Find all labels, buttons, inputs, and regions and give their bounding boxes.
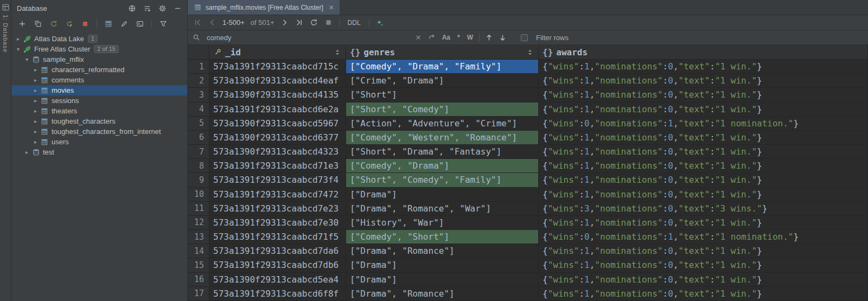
awards-cell[interactable]: {"wins": 1, "nominations": 0, "text": "1… [539, 173, 868, 187]
tree-item-movies[interactable]: ▸movies [11, 85, 187, 95]
last-page-icon[interactable] [295, 18, 304, 27]
id-cell[interactable]: 573a1391f29313caabcd71f5 [209, 230, 346, 244]
next-occurrence-icon[interactable] [498, 33, 507, 42]
awards-cell[interactable]: {"wins": 1, "nominations": 0, "text": "1… [539, 74, 868, 87]
match-case-toggle[interactable]: Aa [441, 34, 451, 41]
awards-cell[interactable]: {"wins": 1, "nominations": 0, "text": "1… [539, 188, 868, 201]
row-number-header[interactable] [188, 45, 209, 59]
view-options-icon[interactable] [143, 4, 151, 12]
stop-query-icon[interactable] [324, 18, 333, 27]
id-cell[interactable]: 573a1391f29313caabcd715c [209, 60, 346, 73]
tree-expand-arrow[interactable]: ▸ [32, 108, 39, 114]
tree-expand-arrow[interactable]: ▸ [32, 118, 39, 124]
tab-sample-mflix-movies[interactable]: sample_mflix.movies [Free Atlas Cluster]… [188, 0, 340, 15]
tree-expand-arrow[interactable]: ▸ [32, 67, 39, 73]
awards-cell[interactable]: {"wins": 1, "nominations": 0, "text": "1… [539, 88, 868, 101]
tree-item-theaters[interactable]: ▸theaters [11, 106, 187, 116]
search-field[interactable]: comedy Aa * W [192, 33, 474, 42]
tree-expand-arrow[interactable]: ▾ [15, 46, 22, 52]
page-range-button[interactable]: 1-500+ [222, 18, 245, 27]
reload-page-icon[interactable] [310, 18, 318, 27]
row-number-cell[interactable]: 4 [188, 103, 209, 116]
table-row[interactable]: 17573a1391f29313caabcd6f8f["Drama", "Rom… [188, 287, 868, 301]
genres-cell[interactable]: ["Crime", "Drama"] [346, 74, 539, 87]
id-cell[interactable]: 573a1391f29313caabcd7e30 [209, 216, 346, 229]
id-cell[interactable]: 573a1391f29313caabcd7db6 [209, 258, 346, 272]
row-number-cell[interactable]: 10 [188, 188, 209, 201]
awards-cell[interactable]: {"wins": 1, "nominations": 0, "text": "1… [539, 287, 868, 300]
row-number-cell[interactable]: 7 [188, 145, 209, 158]
row-number-cell[interactable]: 3 [188, 88, 209, 101]
search-query-text[interactable]: comedy [207, 34, 232, 42]
table-row[interactable]: 3573a1390f29313caabcd4135["Short"]{"wins… [188, 88, 868, 102]
genres-cell[interactable]: ["Comedy", "Drama", "Family"] [346, 60, 539, 73]
table-row[interactable]: 1573a1391f29313caabcd715c["Comedy", "Dra… [188, 60, 868, 74]
open-table-icon[interactable] [104, 20, 113, 28]
tree-item-toughest_characters[interactable]: ▸toughest_characters [11, 116, 187, 126]
genres-cell[interactable]: ["Comedy", "Western", "Romance"] [346, 131, 539, 144]
search-history-icon[interactable] [427, 33, 436, 42]
sort-toggle-icon[interactable] [526, 48, 534, 56]
id-cell[interactable]: 573a1390f29313caabcd6377 [209, 131, 346, 144]
table-row[interactable]: 16573a1390f29313caabcd5ea4["Drama"]{"win… [188, 273, 868, 287]
awards-cell[interactable]: {"wins": 3, "nominations": 0, "text": "3… [539, 202, 868, 215]
awards-cell[interactable]: {"wins": 1, "nominations": 0, "text": "1… [539, 60, 868, 73]
database-tool-window-icon[interactable] [1, 3, 10, 11]
genres-cell[interactable]: ["History", "War"] [346, 216, 539, 229]
auto-refresh-icon[interactable] [65, 20, 74, 28]
genres-cell[interactable]: ["Action", "Adventure", "Crime"] [346, 117, 539, 130]
awards-cell[interactable]: {"wins": 1, "nominations": 0, "text": "1… [539, 131, 868, 144]
tree-expand-arrow[interactable]: ▸ [32, 98, 39, 104]
globe-icon[interactable] [127, 4, 136, 12]
tree-item-test[interactable]: ▸test [11, 147, 187, 157]
column-header-id[interactable]: _id [209, 45, 346, 59]
previous-page-icon[interactable] [208, 18, 216, 27]
row-number-cell[interactable]: 2 [188, 74, 209, 87]
row-number-cell[interactable]: 16 [188, 273, 209, 286]
genres-cell[interactable]: ["Drama"] [346, 188, 539, 201]
tree-expand-arrow[interactable]: ▸ [23, 149, 30, 155]
tree-expand-arrow[interactable]: ▸ [32, 139, 39, 145]
genres-cell[interactable]: ["Short", "Comedy"] [346, 103, 539, 116]
id-cell[interactable]: 573a1391f29313caabcd6e2a [209, 103, 346, 116]
table-row[interactable]: 2573a1390f29313caabcd4eaf["Crime", "Dram… [188, 74, 868, 88]
tree-expand-arrow[interactable]: ▾ [23, 56, 30, 62]
genres-cell[interactable]: ["Drama", "Romance"] [346, 244, 539, 258]
genres-cell[interactable]: ["Short"] [346, 88, 539, 101]
table-row[interactable]: 8573a1391f29313caabcd71e3["Comedy", "Dra… [188, 159, 868, 173]
genres-cell[interactable]: ["Drama", "Romance"] [346, 287, 539, 300]
ddl-button[interactable]: DDL [346, 18, 363, 27]
genres-cell[interactable]: ["Drama"] [346, 258, 539, 272]
table-row[interactable]: 9573a1391f29313caabcd73f4["Short", "Come… [188, 173, 868, 187]
table-row[interactable]: 10573a1391f29313caabcd7472["Drama"]{"win… [188, 188, 868, 202]
tree-item-sessions[interactable]: ▸sessions [11, 95, 187, 106]
genres-cell[interactable]: ["Short", "Drama", "Fantasy"] [346, 145, 539, 158]
table-row[interactable]: 13573a1391f29313caabcd71f5["Comedy", "Sh… [188, 230, 868, 244]
tree-item-sample_mflix[interactable]: ▾sample_mflix [11, 54, 187, 65]
column-header-genres[interactable]: {} genres [346, 45, 539, 59]
id-cell[interactable]: 573a1391f29313caabcd73f4 [209, 173, 346, 187]
edit-icon[interactable] [120, 20, 129, 28]
awards-cell[interactable]: {"wins": 1, "nominations": 0, "text": "1… [539, 258, 868, 272]
tree-item-comments[interactable]: ▸comments [11, 75, 187, 85]
awards-cell[interactable]: {"wins": 1, "nominations": 0, "text": "1… [539, 145, 868, 158]
table-row[interactable]: 15573a1391f29313caabcd7db6["Drama"]{"win… [188, 258, 868, 272]
words-toggle[interactable]: W [466, 34, 474, 41]
awards-cell[interactable]: {"wins": 0, "nominations": 1, "text": "1… [539, 117, 868, 130]
sort-toggle-icon[interactable] [333, 48, 342, 56]
genres-cell[interactable]: ["Drama", "Romance", "War"] [346, 202, 539, 215]
awards-cell[interactable]: {"wins": 1, "nominations": 0, "text": "1… [539, 216, 868, 229]
row-number-cell[interactable]: 1 [188, 60, 209, 73]
tree-item-users[interactable]: ▸users [11, 137, 187, 147]
gear-icon[interactable] [158, 4, 167, 12]
id-cell[interactable]: 573a1391f29313caabcd7e23 [209, 202, 346, 215]
tree-item-Atlas Data Lake[interactable]: ▸Atlas Data Lake1 [11, 34, 187, 44]
table-row[interactable]: 4573a1391f29313caabcd6e2a["Short", "Come… [188, 103, 868, 117]
filter-icon[interactable] [159, 20, 168, 28]
table-row[interactable]: 14573a1391f29313caabcd7da6["Drama", "Rom… [188, 244, 868, 258]
refresh-icon[interactable] [49, 20, 58, 28]
tool-window-stripe-label[interactable]: 1: Database [2, 15, 9, 53]
sparkle-icon[interactable] [375, 18, 384, 27]
id-cell[interactable]: 573a1391f29313caabcd7472 [209, 188, 346, 201]
first-page-icon[interactable] [193, 18, 202, 27]
